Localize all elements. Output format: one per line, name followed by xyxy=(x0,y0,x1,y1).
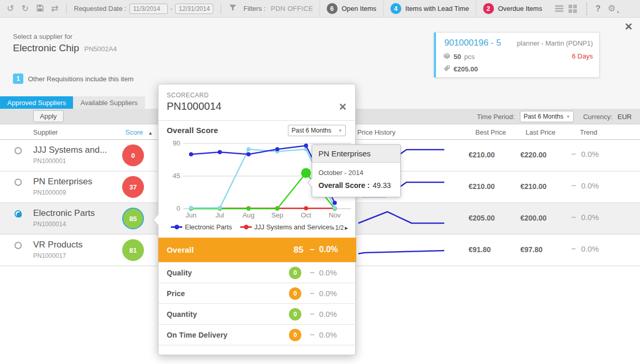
overdue-items-counter[interactable]: 2 Overdue Items xyxy=(476,0,549,18)
open-items-counter[interactable]: 6 Open Items xyxy=(319,0,383,18)
supplier-radio-selected[interactable] xyxy=(14,210,22,217)
last-price-value: €210.00 xyxy=(520,182,559,191)
supplier-name: JJJ Systems and... xyxy=(33,145,107,155)
time-period-dropdown[interactable]: Past 6 Months ▼ xyxy=(520,111,574,122)
other-requisitions-badge: 1 xyxy=(13,74,23,84)
svg-text:Oct: Oct xyxy=(301,211,312,219)
score-badge[interactable]: 85 xyxy=(122,208,144,229)
undo-icon[interactable]: ↺ xyxy=(3,4,18,13)
price-history-sparkline xyxy=(357,206,446,232)
price-row: €205.00 xyxy=(443,65,478,74)
overall-score-value: 85 xyxy=(286,245,303,255)
requisition-card: 901000196 - 5 planner - Martin (PDNP1) 5… xyxy=(434,32,600,78)
scorecard-footer xyxy=(158,345,356,355)
top-toolbar: ↺ ↻ ⇄ Requested Date : 11/3/2014 - 12/31… xyxy=(0,0,640,18)
metric-trend: −0.0% xyxy=(310,310,337,319)
metric-trend: −0.0% xyxy=(310,289,337,298)
planner-label: planner - Martin (PDNP1) xyxy=(517,39,593,47)
days-remaining: 6 Days xyxy=(572,52,593,60)
col-price-history: Price History xyxy=(357,128,396,136)
supplier-name: PN Enterprises xyxy=(33,177,92,187)
score-badge[interactable]: 37 xyxy=(122,176,144,198)
metric-row-quality[interactable]: Quality 0 −0.0% xyxy=(158,262,356,283)
time-period-label: Time Period: xyxy=(477,113,515,121)
svg-text:0: 0 xyxy=(177,205,180,212)
metric-row-on-time-delivery[interactable]: On Time Delivery 0 −0.0% xyxy=(158,324,356,345)
svg-text:Aug: Aug xyxy=(242,211,254,219)
dotted-divider xyxy=(586,3,587,15)
legend-pager: ◂ 1/2 ▸ xyxy=(331,224,348,231)
scorecard-close-icon[interactable]: ✕ xyxy=(339,101,347,113)
tooltip-supplier: PN Enterprises xyxy=(312,145,400,163)
supplier-name: Electronic Parts xyxy=(33,208,95,219)
tooltip-score: Overall Score :49.33 xyxy=(318,181,394,190)
metric-row-price[interactable]: Price 0 −0.0% xyxy=(158,283,356,303)
svg-text:90: 90 xyxy=(173,139,180,147)
redo-icon[interactable]: ↻ xyxy=(18,4,32,13)
supplier-radio[interactable] xyxy=(14,147,22,154)
overall-score-label: Overall Score xyxy=(167,126,218,135)
best-price-value: €210.00 xyxy=(469,151,507,159)
metric-row-quantity[interactable]: Quantity 0 −0.0% xyxy=(158,303,356,324)
currency-value: EUR xyxy=(618,113,632,121)
col-trend: Trend xyxy=(580,128,597,136)
apply-button[interactable]: Apply xyxy=(33,110,64,122)
col-score-sort[interactable]: Score▲ xyxy=(125,128,153,136)
supplier-selection-screen: ↺ ↻ ⇄ Requested Date : 11/3/2014 - 12/31… xyxy=(0,0,640,364)
date-to-input[interactable]: 12/31/2014 xyxy=(175,4,213,14)
list-view-icon[interactable] xyxy=(555,5,563,12)
requisition-id-link[interactable]: 901000196 - 5 xyxy=(444,38,501,48)
legend-next-icon[interactable]: ▸ xyxy=(345,224,348,231)
item-title: Electronic ChipPN5002A4 xyxy=(13,42,117,54)
settings-gear-icon[interactable]: ⚙ xyxy=(606,3,623,14)
lead-time-items-badge: 4 xyxy=(390,3,401,14)
box-icon xyxy=(443,52,450,61)
quantity-value: 50 xyxy=(454,53,461,61)
gear-caret xyxy=(617,10,620,13)
scorecard-header: SCORECARD PN1000014 ✕ xyxy=(158,84,355,121)
legend-page-number: 1/2 xyxy=(335,224,344,231)
lead-time-items-counter[interactable]: 4 Items with Lead Time xyxy=(383,0,476,18)
currency-label: Currency: xyxy=(583,113,612,121)
score-badge[interactable]: 0 xyxy=(122,144,144,166)
filter-funnel-icon[interactable] xyxy=(225,4,240,13)
toolbar-divider xyxy=(66,4,67,14)
supplier-radio[interactable] xyxy=(14,179,22,186)
supplier-radio[interactable] xyxy=(14,242,22,249)
quantity-row: 50 pcs xyxy=(443,52,475,61)
tab-available-suppliers[interactable]: Available Suppliers xyxy=(73,96,144,109)
tab-approved-suppliers[interactable]: Approved Suppliers xyxy=(0,96,73,109)
save-icon[interactable] xyxy=(33,4,48,13)
legend-prev-icon[interactable]: ◂ xyxy=(331,224,334,231)
help-icon[interactable]: ? xyxy=(590,4,606,13)
lead-time-items-label: Items with Lead Time xyxy=(405,5,469,12)
page-close-icon[interactable]: ✕ xyxy=(624,21,633,33)
legend-item: JJJ Systems and Services xyxy=(240,223,333,231)
item-part-number: PN5002A4 xyxy=(84,45,117,53)
sort-asc-icon: ▲ xyxy=(148,130,153,136)
trend-value: −0.0% xyxy=(571,181,599,191)
score-badge[interactable]: 81 xyxy=(122,239,144,261)
grid-view-icon[interactable] xyxy=(569,5,577,13)
metric-score-badge: 0 xyxy=(289,308,301,321)
price-history-sparkline xyxy=(357,237,446,264)
last-price-value: €97.80 xyxy=(520,245,559,254)
overall-trend: −0.0% xyxy=(310,245,338,254)
best-price-value: €205.00 xyxy=(469,214,507,222)
best-price-value: €91.80 xyxy=(469,245,507,254)
metric-score-badge: 0 xyxy=(289,287,301,300)
filters-value[interactable]: PDN OFFICE xyxy=(271,5,313,12)
transfer-icon[interactable]: ⇄ xyxy=(48,4,62,13)
other-requisitions-label: Other Requisitions include this item xyxy=(28,75,134,83)
trend-value: −0.0% xyxy=(571,150,599,159)
scorecard-period-dropdown[interactable]: Past 6 Months ▼ xyxy=(288,125,346,136)
date-from-input[interactable]: 11/3/2014 xyxy=(129,4,168,14)
overall-score-row[interactable]: Overall 85 −0.0% xyxy=(158,238,356,262)
other-requisitions[interactable]: 1 Other Requisitions include this item xyxy=(13,74,134,84)
open-items-label: Open Items xyxy=(342,5,376,12)
chart-legend: Electronic Parts JJJ Systems and Service… xyxy=(171,223,333,231)
metric-trend: −0.0% xyxy=(310,330,337,340)
filters-label: Filters : xyxy=(243,5,266,12)
metric-score-badge: 0 xyxy=(289,329,301,341)
price-value: €205.00 xyxy=(454,65,478,73)
